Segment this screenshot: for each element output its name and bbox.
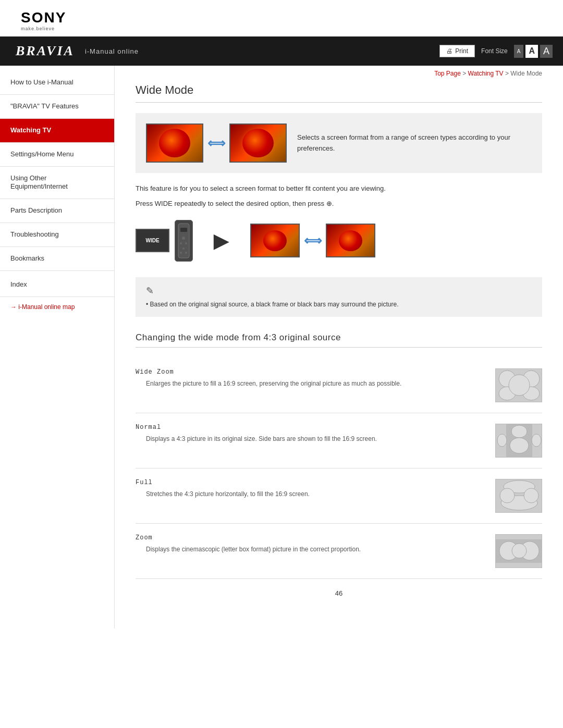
sidebar: How to Use i-Manual "BRAVIA" TV Features… bbox=[0, 66, 115, 628]
sidebar-item-bookmarks[interactable]: Bookmarks bbox=[0, 247, 114, 271]
zoom-illustration bbox=[495, 534, 542, 568]
demo-tv-right bbox=[326, 224, 375, 257]
zoom-name: Zoom bbox=[136, 534, 485, 541]
tv-thumb-right bbox=[229, 124, 287, 163]
svg-point-13 bbox=[509, 375, 530, 396]
svg-point-6 bbox=[180, 252, 182, 254]
wide-zoom-text: Wide Zoom Enlarges the picture to fill a… bbox=[136, 368, 485, 388]
svg-point-2 bbox=[182, 237, 185, 240]
content-area: Top Page > Watching TV > Wide Mode Wide … bbox=[115, 66, 563, 628]
wide-zoom-svg bbox=[496, 368, 542, 402]
top-bar: SONY make.believe bbox=[0, 0, 563, 36]
note-box: ✎ Based on the original signal source, a… bbox=[136, 277, 542, 317]
sidebar-item-bravia-features[interactable]: "BRAVIA" TV Features bbox=[0, 95, 114, 119]
zoom-desc: Displays the cinemascopic (letter box fo… bbox=[136, 545, 485, 554]
sony-tagline: make.believe bbox=[21, 26, 55, 31]
svg-point-24 bbox=[524, 488, 538, 503]
wide-button-image: WIDE bbox=[136, 229, 169, 252]
tv-thumb-left bbox=[146, 124, 203, 163]
main-layout: How to Use i-Manual "BRAVIA" TV Features… bbox=[0, 66, 563, 628]
svg-point-23 bbox=[500, 488, 515, 503]
breadcrumb-sep1: > bbox=[462, 70, 468, 77]
font-large-button[interactable]: A bbox=[540, 45, 553, 58]
font-size-buttons: A A A bbox=[514, 45, 553, 58]
svg-point-5 bbox=[182, 248, 185, 250]
flower-right bbox=[242, 129, 274, 157]
zoom-item: Zoom Displays the cinemascopic (letter b… bbox=[136, 524, 542, 579]
big-arrow-icon: ► bbox=[209, 226, 235, 256]
normal-desc: Displays a 4:3 picture in its original s… bbox=[136, 434, 485, 443]
font-size-label: Font Size bbox=[481, 47, 508, 55]
sidebar-map-link[interactable]: → i-Manual online map bbox=[0, 297, 114, 317]
font-medium-button[interactable]: A bbox=[525, 45, 538, 58]
print-label: Print bbox=[455, 47, 468, 55]
body-text-1: This feature is for you to select a scre… bbox=[136, 183, 542, 194]
wide-demo-left: WIDE bbox=[136, 220, 193, 262]
breadcrumb: Top Page > Watching TV > Wide Mode bbox=[136, 66, 542, 83]
normal-image bbox=[495, 424, 542, 458]
sidebar-item-how-to-use[interactable]: How to Use i-Manual bbox=[0, 71, 114, 95]
remote-svg bbox=[177, 223, 190, 259]
svg-point-16 bbox=[511, 425, 527, 438]
flower-left bbox=[159, 129, 190, 157]
full-text: Full Stretches the 4:3 picture horizonta… bbox=[136, 479, 485, 499]
normal-name: Normal bbox=[136, 424, 485, 431]
wide-mode-intro: ⟺ Selects a screen format from a range o… bbox=[136, 113, 542, 173]
svg-point-19 bbox=[532, 434, 541, 447]
full-item: Full Stretches the 4:3 picture horizonta… bbox=[136, 468, 542, 524]
breadcrumb-watching[interactable]: Watching TV bbox=[468, 70, 504, 77]
svg-point-17 bbox=[510, 438, 529, 453]
bravia-logo: BRAVIA bbox=[16, 43, 75, 59]
bravia-bar-left: BRAVIA i-Manual online bbox=[16, 43, 139, 59]
tv-images-intro: ⟺ bbox=[146, 124, 287, 163]
sidebar-item-index[interactable]: Index bbox=[0, 273, 114, 297]
svg-point-4 bbox=[185, 242, 187, 244]
full-illustration bbox=[495, 479, 542, 513]
sidebar-item-parts[interactable]: Parts Description bbox=[0, 199, 114, 223]
full-desc: Stretches the 4:3 picture horizontally, … bbox=[136, 489, 485, 499]
normal-svg bbox=[496, 424, 542, 458]
section-heading: Changing the wide mode from 4:3 original… bbox=[136, 332, 542, 348]
breadcrumb-top[interactable]: Top Page bbox=[434, 70, 461, 77]
svg-point-7 bbox=[185, 252, 187, 254]
svg-rect-1 bbox=[180, 228, 187, 232]
zoom-svg bbox=[496, 534, 542, 568]
sidebar-item-using-other[interactable]: Using Other Equipment/Internet bbox=[0, 167, 114, 200]
sidebar-item-watching-tv[interactable]: Watching TV bbox=[0, 119, 114, 143]
font-small-button[interactable]: A bbox=[514, 45, 524, 58]
remote-image bbox=[175, 220, 193, 262]
intro-description: Selects a screen format from a range of … bbox=[297, 132, 532, 154]
sidebar-item-troubleshooting[interactable]: Troubleshooting bbox=[0, 223, 114, 247]
note-icon: ✎ bbox=[146, 285, 532, 297]
bravia-bar: BRAVIA i-Manual online 🖨 Print Font Size… bbox=[0, 36, 563, 66]
wide-zoom-image bbox=[495, 368, 542, 402]
body-text-2: Press WIDE repeatedly to select the desi… bbox=[136, 199, 542, 209]
print-button[interactable]: 🖨 Print bbox=[439, 45, 475, 57]
tv-screen-right bbox=[230, 125, 286, 162]
svg-point-3 bbox=[180, 242, 182, 244]
demo-tv-left bbox=[250, 224, 300, 257]
full-name: Full bbox=[136, 479, 485, 486]
wide-demo-right: ⟺ bbox=[250, 224, 375, 257]
wide-zoom-desc: Enlarges the picture to fill a 16:9 scre… bbox=[136, 379, 485, 388]
normal-item: Normal Displays a 4:3 picture in its ori… bbox=[136, 413, 542, 468]
bravia-bar-right: 🖨 Print Font Size A A A bbox=[439, 45, 553, 58]
wide-zoom-illustration bbox=[495, 368, 542, 402]
breadcrumb-current: Wide Mode bbox=[510, 70, 542, 77]
normal-illustration bbox=[495, 424, 542, 458]
zoom-text: Zoom Displays the cinemascopic (letter b… bbox=[136, 534, 485, 554]
demo-arrow-icon: ⟺ bbox=[304, 233, 322, 248]
full-image bbox=[495, 479, 542, 513]
page-number: 46 bbox=[136, 579, 542, 608]
full-svg bbox=[496, 479, 542, 513]
wide-zoom-name: Wide Zoom bbox=[136, 368, 485, 376]
tv-screen-left bbox=[147, 125, 202, 162]
sidebar-item-settings[interactable]: Settings/Home Menu bbox=[0, 143, 114, 167]
wide-zoom-item: Wide Zoom Enlarges the picture to fill a… bbox=[136, 358, 542, 413]
svg-point-29 bbox=[512, 544, 527, 558]
print-icon: 🖨 bbox=[446, 47, 452, 55]
page-title: Wide Mode bbox=[136, 83, 542, 103]
sony-logo: SONY make.believe bbox=[21, 9, 542, 31]
double-arrow-icon: ⟺ bbox=[207, 136, 225, 151]
note-text: Based on the original signal source, a b… bbox=[146, 301, 398, 308]
